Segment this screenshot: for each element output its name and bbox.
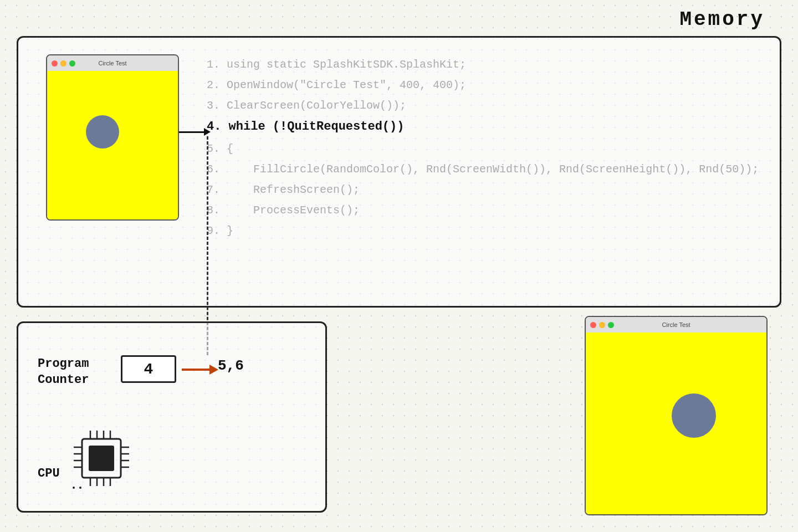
window-title-top: Circle Test — [98, 60, 126, 66]
cpu-label: CPU — [38, 467, 60, 480]
window-titlebar-bottom: Circle Test — [586, 317, 766, 332]
program-counter-label: ProgramCounter — [38, 356, 89, 388]
top-mini-window: Circle Test — [46, 54, 179, 221]
svg-point-19 — [79, 487, 81, 489]
code-line-4: 4. while (!QuitRequested()) — [207, 116, 763, 139]
circle-bottom — [672, 393, 716, 438]
code-line-2: 2. OpenWindow("Circle Test", 400, 400); — [207, 75, 763, 95]
arrow-head — [204, 128, 211, 136]
pc-value-box: 4 — [121, 355, 176, 383]
memory-panel: Circle Test 1. using static SplashKitSDK… — [17, 36, 781, 308]
circle-top — [86, 115, 119, 149]
traffic-light-green-bottom — [608, 322, 614, 328]
svg-point-18 — [73, 487, 75, 489]
memory-title: Memory — [679, 8, 765, 31]
traffic-light-yellow-bottom — [599, 322, 605, 328]
window-title-bottom: Circle Test — [662, 321, 690, 328]
pc-arrow — [182, 365, 218, 375]
code-line-1: 1. using static SplashKitSDK.SplashKit; — [207, 54, 763, 75]
traffic-light-red-bottom — [590, 322, 596, 328]
line4-arrow — [179, 128, 211, 136]
traffic-light-green — [69, 60, 75, 66]
pc-next-label: 5,6 — [218, 357, 244, 374]
cpu-chip-icon — [68, 425, 135, 494]
bottom-mini-window: Circle Test — [585, 316, 768, 515]
arrow-shaft — [179, 131, 204, 133]
code-line-6: 6. FillCircle(RandomColor(), Rnd(ScreenW… — [207, 159, 763, 180]
code-area: 1. using static SplashKitSDK.SplashKit; … — [207, 54, 763, 241]
svg-rect-1 — [89, 446, 114, 470]
cpu-panel: ProgramCounter 4 5,6 CPU — [17, 321, 327, 513]
traffic-light-yellow — [60, 60, 66, 66]
code-line-7: 7. RefreshScreen(); — [207, 180, 763, 200]
window-canvas-bottom — [586, 332, 766, 514]
pc-arrow-head — [209, 365, 218, 375]
code-line-8: 8. ProcessEvents(); — [207, 200, 763, 221]
code-line-3: 3. ClearScreen(ColorYellow()); — [207, 95, 763, 116]
code-line-5: 5. { — [207, 139, 763, 159]
traffic-light-red — [52, 60, 58, 66]
window-titlebar-top: Circle Test — [47, 55, 178, 71]
pc-arrow-shaft — [182, 369, 209, 371]
code-line-9: 9. } — [207, 221, 763, 241]
window-canvas-top — [47, 71, 178, 219]
